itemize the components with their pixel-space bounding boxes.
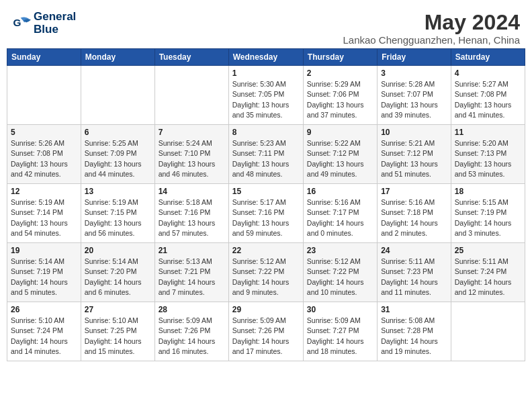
day-info: Sunrise: 5:19 AMSunset: 7:15 PMDaylight:… bbox=[85, 197, 151, 238]
day-info: Sunrise: 5:27 AMSunset: 7:08 PMDaylight:… bbox=[455, 79, 521, 120]
day-cell-8: 8Sunrise: 5:23 AMSunset: 7:11 PMDaylight… bbox=[228, 125, 303, 184]
day-number: 9 bbox=[307, 128, 373, 137]
day-number: 19 bbox=[11, 246, 77, 255]
day-info: Sunrise: 5:15 AMSunset: 7:19 PMDaylight:… bbox=[455, 197, 521, 238]
day-info: Sunrise: 5:12 AMSunset: 7:22 PMDaylight:… bbox=[232, 257, 300, 298]
day-info: Sunrise: 5:16 AMSunset: 7:17 PMDaylight:… bbox=[307, 197, 373, 238]
day-cell-14: 14Sunrise: 5:18 AMSunset: 7:16 PMDayligh… bbox=[154, 184, 228, 243]
day-number: 4 bbox=[455, 68, 521, 78]
day-info: Sunrise: 5:16 AMSunset: 7:18 PMDaylight:… bbox=[381, 197, 447, 238]
day-number: 12 bbox=[11, 187, 77, 196]
logo-text: General Blue bbox=[34, 11, 76, 36]
day-cell-1: 1Sunrise: 5:30 AMSunset: 7:05 PMDaylight… bbox=[228, 66, 303, 125]
day-number: 22 bbox=[232, 246, 300, 255]
weekday-header-wednesday: Wednesday bbox=[228, 49, 303, 66]
day-cell-6: 6Sunrise: 5:25 AMSunset: 7:09 PMDaylight… bbox=[81, 125, 154, 184]
day-info: Sunrise: 5:14 AMSunset: 7:20 PMDaylight:… bbox=[85, 257, 151, 298]
day-number: 31 bbox=[381, 305, 447, 314]
day-info: Sunrise: 5:26 AMSunset: 7:08 PMDaylight:… bbox=[11, 138, 77, 179]
day-number: 3 bbox=[381, 68, 447, 78]
empty-cell bbox=[451, 302, 525, 361]
day-cell-26: 26Sunrise: 5:10 AMSunset: 7:24 PMDayligh… bbox=[7, 302, 81, 361]
day-number: 5 bbox=[11, 128, 77, 137]
day-number: 8 bbox=[232, 128, 300, 137]
day-cell-9: 9Sunrise: 5:22 AMSunset: 7:12 PMDaylight… bbox=[303, 125, 377, 184]
empty-cell bbox=[81, 66, 154, 125]
empty-cell bbox=[154, 66, 228, 125]
logo-icon: G bbox=[12, 14, 31, 33]
logo: G General Blue bbox=[12, 11, 76, 36]
day-cell-21: 21Sunrise: 5:13 AMSunset: 7:21 PMDayligh… bbox=[154, 243, 228, 302]
day-number: 26 bbox=[11, 305, 77, 314]
day-info: Sunrise: 5:28 AMSunset: 7:07 PMDaylight:… bbox=[381, 79, 447, 120]
day-info: Sunrise: 5:30 AMSunset: 7:05 PMDaylight:… bbox=[232, 79, 300, 120]
day-number: 23 bbox=[307, 246, 373, 255]
day-number: 10 bbox=[381, 128, 447, 137]
day-cell-4: 4Sunrise: 5:27 AMSunset: 7:08 PMDaylight… bbox=[451, 66, 525, 125]
day-info: Sunrise: 5:24 AMSunset: 7:10 PMDaylight:… bbox=[159, 138, 225, 179]
weekday-header-tuesday: Tuesday bbox=[154, 49, 228, 66]
day-number: 6 bbox=[85, 128, 151, 137]
day-cell-11: 11Sunrise: 5:20 AMSunset: 7:13 PMDayligh… bbox=[451, 125, 525, 184]
page-header: G General Blue May 2024 Lankao Chengguan… bbox=[7, 7, 525, 46]
day-cell-15: 15Sunrise: 5:17 AMSunset: 7:16 PMDayligh… bbox=[228, 184, 303, 243]
day-number: 29 bbox=[232, 305, 300, 314]
day-number: 27 bbox=[85, 305, 151, 314]
day-cell-30: 30Sunrise: 5:09 AMSunset: 7:27 PMDayligh… bbox=[303, 302, 377, 361]
day-number: 25 bbox=[455, 246, 521, 255]
day-info: Sunrise: 5:12 AMSunset: 7:22 PMDaylight:… bbox=[307, 257, 373, 298]
day-cell-25: 25Sunrise: 5:11 AMSunset: 7:24 PMDayligh… bbox=[451, 243, 525, 302]
weekday-header-saturday: Saturday bbox=[451, 49, 525, 66]
day-cell-5: 5Sunrise: 5:26 AMSunset: 7:08 PMDaylight… bbox=[7, 125, 81, 184]
day-cell-19: 19Sunrise: 5:14 AMSunset: 7:19 PMDayligh… bbox=[7, 243, 81, 302]
day-cell-16: 16Sunrise: 5:16 AMSunset: 7:17 PMDayligh… bbox=[303, 184, 377, 243]
day-info: Sunrise: 5:10 AMSunset: 7:25 PMDaylight:… bbox=[85, 316, 151, 357]
weekday-header-monday: Monday bbox=[81, 49, 154, 66]
day-cell-29: 29Sunrise: 5:09 AMSunset: 7:26 PMDayligh… bbox=[228, 302, 303, 361]
day-number: 21 bbox=[159, 246, 225, 255]
week-row-1: 1Sunrise: 5:30 AMSunset: 7:05 PMDaylight… bbox=[7, 66, 525, 125]
day-cell-20: 20Sunrise: 5:14 AMSunset: 7:20 PMDayligh… bbox=[81, 243, 154, 302]
weekday-header-sunday: Sunday bbox=[7, 49, 81, 66]
day-cell-10: 10Sunrise: 5:21 AMSunset: 7:12 PMDayligh… bbox=[378, 125, 451, 184]
day-number: 2 bbox=[307, 68, 373, 78]
day-info: Sunrise: 5:14 AMSunset: 7:19 PMDaylight:… bbox=[11, 257, 77, 298]
day-number: 16 bbox=[307, 187, 373, 196]
empty-cell bbox=[7, 66, 81, 125]
week-row-2: 5Sunrise: 5:26 AMSunset: 7:08 PMDaylight… bbox=[7, 125, 525, 184]
day-number: 24 bbox=[381, 246, 447, 255]
weekday-header-thursday: Thursday bbox=[303, 49, 377, 66]
day-info: Sunrise: 5:22 AMSunset: 7:12 PMDaylight:… bbox=[307, 138, 373, 179]
day-info: Sunrise: 5:19 AMSunset: 7:14 PMDaylight:… bbox=[11, 197, 77, 238]
svg-text:G: G bbox=[13, 17, 21, 28]
day-cell-13: 13Sunrise: 5:19 AMSunset: 7:15 PMDayligh… bbox=[81, 184, 154, 243]
day-info: Sunrise: 5:29 AMSunset: 7:06 PMDaylight:… bbox=[307, 79, 373, 120]
day-number: 13 bbox=[85, 187, 151, 196]
title-block: May 2024 Lankao Chengguanzhen, Henan, Ch… bbox=[343, 11, 520, 46]
day-cell-23: 23Sunrise: 5:12 AMSunset: 7:22 PMDayligh… bbox=[303, 243, 377, 302]
day-number: 14 bbox=[159, 187, 225, 196]
day-info: Sunrise: 5:18 AMSunset: 7:16 PMDaylight:… bbox=[159, 197, 225, 238]
day-number: 1 bbox=[232, 68, 300, 78]
day-cell-22: 22Sunrise: 5:12 AMSunset: 7:22 PMDayligh… bbox=[228, 243, 303, 302]
day-info: Sunrise: 5:25 AMSunset: 7:09 PMDaylight:… bbox=[85, 138, 151, 179]
day-info: Sunrise: 5:17 AMSunset: 7:16 PMDaylight:… bbox=[232, 197, 300, 238]
day-info: Sunrise: 5:09 AMSunset: 7:26 PMDaylight:… bbox=[159, 316, 225, 357]
location: Lankao Chengguanzhen, Henan, China bbox=[343, 34, 520, 46]
week-row-5: 26Sunrise: 5:10 AMSunset: 7:24 PMDayligh… bbox=[7, 302, 525, 361]
month-year: May 2024 bbox=[343, 11, 520, 34]
day-cell-2: 2Sunrise: 5:29 AMSunset: 7:06 PMDaylight… bbox=[303, 66, 377, 125]
week-row-4: 19Sunrise: 5:14 AMSunset: 7:19 PMDayligh… bbox=[7, 243, 525, 302]
day-number: 7 bbox=[159, 128, 225, 137]
day-info: Sunrise: 5:09 AMSunset: 7:27 PMDaylight:… bbox=[307, 316, 373, 357]
day-number: 30 bbox=[307, 305, 373, 314]
day-number: 20 bbox=[85, 246, 151, 255]
week-row-3: 12Sunrise: 5:19 AMSunset: 7:14 PMDayligh… bbox=[7, 184, 525, 243]
day-info: Sunrise: 5:20 AMSunset: 7:13 PMDaylight:… bbox=[455, 138, 521, 179]
day-cell-3: 3Sunrise: 5:28 AMSunset: 7:07 PMDaylight… bbox=[378, 66, 451, 125]
day-cell-7: 7Sunrise: 5:24 AMSunset: 7:10 PMDaylight… bbox=[154, 125, 228, 184]
day-info: Sunrise: 5:08 AMSunset: 7:28 PMDaylight:… bbox=[381, 316, 447, 357]
day-info: Sunrise: 5:11 AMSunset: 7:23 PMDaylight:… bbox=[381, 257, 447, 298]
day-info: Sunrise: 5:23 AMSunset: 7:11 PMDaylight:… bbox=[232, 138, 300, 179]
day-info: Sunrise: 5:13 AMSunset: 7:21 PMDaylight:… bbox=[159, 257, 225, 298]
